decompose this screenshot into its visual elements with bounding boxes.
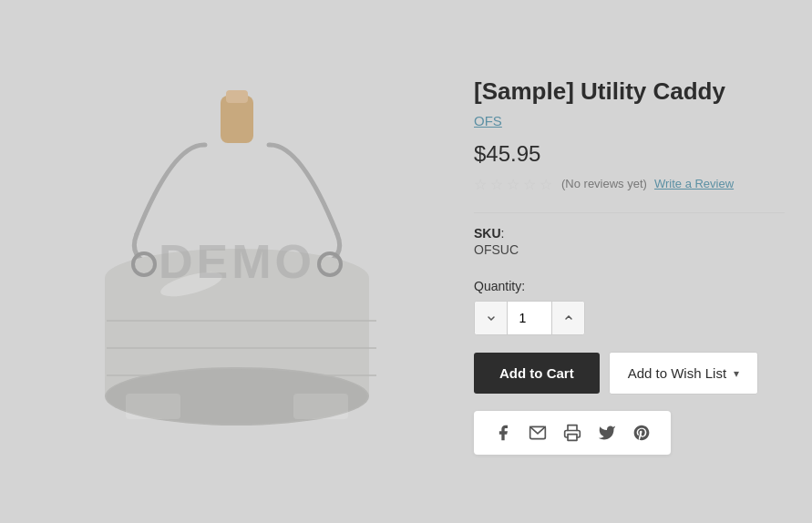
star-2: ☆ (490, 176, 505, 190)
svg-rect-1 (226, 90, 248, 103)
reviews-row: ☆ ☆ ☆ ☆ ☆ (No reviews yet) Write a Revie… (474, 176, 785, 190)
wish-list-label: Add to Wish List (628, 365, 726, 381)
product-brand-link[interactable]: OFS (474, 113, 785, 128)
quantity-increase-button[interactable] (551, 302, 584, 334)
quantity-decrease-button[interactable] (475, 302, 508, 334)
pinterest-share-icon[interactable] (632, 424, 651, 442)
product-page: DEMO [Sample] Utility Caddy OFS $45.95 ☆… (0, 0, 812, 523)
star-1: ☆ (474, 176, 488, 190)
add-to-cart-button[interactable]: Add to Cart (474, 353, 600, 394)
chevron-up-icon (564, 313, 573, 323)
actions-row: Add to Cart Add to Wish List ▾ (474, 352, 785, 395)
social-share-bar (474, 411, 671, 455)
add-to-wish-list-button[interactable]: Add to Wish List ▾ (609, 352, 758, 395)
quantity-controls (474, 301, 585, 335)
product-details: [Sample] Utility Caddy OFS $45.95 ☆ ☆ ☆ … (474, 68, 785, 455)
svg-rect-15 (568, 435, 577, 441)
product-title: [Sample] Utility Caddy (474, 77, 785, 106)
no-reviews-text: (No reviews yet) (561, 177, 647, 190)
twitter-share-icon[interactable] (598, 424, 616, 442)
sku-section: SKU: OFSUC (474, 226, 785, 257)
quantity-input[interactable] (508, 302, 551, 334)
svg-rect-11 (293, 394, 348, 419)
divider (474, 212, 785, 213)
print-share-icon[interactable] (563, 424, 581, 442)
wish-list-chevron-icon: ▾ (734, 367, 739, 380)
product-image (64, 70, 410, 453)
quantity-label: Quantity: (474, 279, 785, 293)
email-share-icon[interactable] (529, 424, 547, 442)
facebook-share-icon[interactable] (494, 424, 512, 442)
write-review-link[interactable]: Write a Review (654, 177, 734, 190)
sku-colon: : (501, 226, 505, 241)
product-image-wrapper: DEMO (46, 43, 428, 480)
star-4: ☆ (523, 176, 538, 190)
quantity-section: Quantity: (474, 279, 785, 335)
sku-value: OFSUC (474, 242, 785, 257)
star-rating: ☆ ☆ ☆ ☆ ☆ (474, 176, 554, 190)
star-3: ☆ (507, 176, 521, 190)
sku-label: SKU (474, 226, 501, 241)
svg-rect-10 (126, 394, 180, 419)
product-price: $45.95 (474, 141, 785, 167)
chevron-down-icon (487, 313, 496, 323)
product-image-area: DEMO (27, 25, 447, 498)
star-5: ☆ (540, 176, 554, 190)
